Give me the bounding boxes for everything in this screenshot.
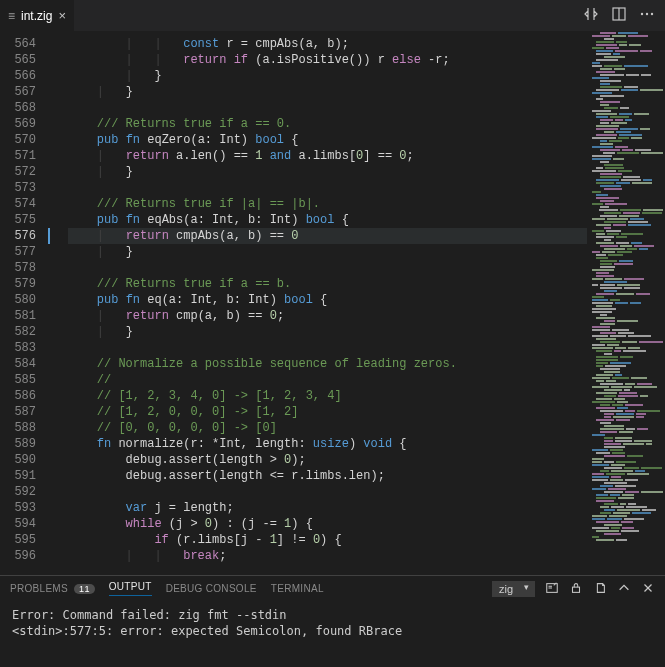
line-number: 590 [0,452,50,468]
panel-tab-terminal[interactable]: TERMINAL [271,583,324,594]
line-number: 584 [0,356,50,372]
code-line: | return a.len() == 1 and a.limbs[0] == … [68,148,587,164]
code-line: debug.assert(length <= r.limbs.len); [68,468,587,484]
line-number-gutter: 5645655665675685695705715725735745755765… [0,32,50,575]
compare-icon[interactable] [583,6,599,26]
line-number: 576 [0,228,50,244]
line-number: 573 [0,180,50,196]
code-line: | } [68,84,587,100]
code-line: while (j > 0) : (j -= 1) { [68,516,587,532]
code-line [68,340,587,356]
active-line-indicator [48,228,50,244]
panel-tab-bar: PROBLEMS 11 OUTPUT DEBUG CONSOLE TERMINA… [0,575,665,601]
panel-tab-debug[interactable]: DEBUG CONSOLE [166,583,257,594]
code-line: if (r.limbs[j - 1] != 0) { [68,532,587,548]
code-line: fn normalize(r: *Int, length: usize) voi… [68,436,587,452]
code-line: | | return if (a.isPositive()) r else -r… [68,52,587,68]
split-editor-icon[interactable] [611,6,627,26]
code-line: /// Returns true if a == b. [68,276,587,292]
line-number: 582 [0,324,50,340]
code-line: pub fn eqZero(a: Int) bool { [68,132,587,148]
code-line: | return cmp(a, b) == 0; [68,308,587,324]
line-number: 570 [0,132,50,148]
code-line: pub fn eq(a: Int, b: Int) bool { [68,292,587,308]
svg-point-4 [651,12,653,14]
line-number: 568 [0,100,50,116]
code-line: var j = length; [68,500,587,516]
code-line: // [1, 2, 3, 4, 0] -> [1, 2, 3, 4] [68,388,587,404]
line-number: 589 [0,436,50,452]
code-line [68,484,587,500]
line-number: 571 [0,148,50,164]
line-number: 575 [0,212,50,228]
code-line [68,260,587,276]
code-line [68,100,587,116]
line-number: 592 [0,484,50,500]
line-number: 586 [0,388,50,404]
code-line: // Normalize a possible sequence of lead… [68,356,587,372]
line-number: 578 [0,260,50,276]
tab-filename: int.zig [21,9,52,23]
code-line: // [0, 0, 0, 0, 0] -> [0] [68,420,587,436]
close-icon[interactable]: × [58,8,66,23]
line-number: 572 [0,164,50,180]
code-line: debug.assert(length > 0); [68,452,587,468]
output-line: Error: Command failed: zig fmt --stdin [12,607,653,623]
svg-rect-9 [573,587,580,592]
code-line: | | const r = cmpAbs(a, b); [68,36,587,52]
line-number: 567 [0,84,50,100]
panel-tab-output[interactable]: OUTPUT [109,581,152,596]
line-number: 564 [0,36,50,52]
code-line: | return cmpAbs(a, b) == 0 [68,228,587,244]
panel-close-icon[interactable] [641,581,655,597]
output-panel[interactable]: Error: Command failed: zig fmt --stdin <… [0,601,665,667]
chevron-up-icon[interactable] [617,581,631,597]
line-number: 594 [0,516,50,532]
file-icon: ≡ [8,9,15,23]
line-number: 565 [0,52,50,68]
code-line: // [1, 2, 0, 0, 0] -> [1, 2] [68,404,587,420]
code-line: | | break; [68,548,587,564]
code-line: /// Returns true if a == 0. [68,116,587,132]
panel-tab-problems[interactable]: PROBLEMS 11 [10,583,95,594]
code-line: pub fn eqAbs(a: Int, b: Int) bool { [68,212,587,228]
line-number: 577 [0,244,50,260]
problems-badge: 11 [74,584,95,594]
open-log-icon[interactable] [593,581,607,597]
line-number: 596 [0,548,50,564]
output-channel-select[interactable]: zig [492,581,535,597]
tab-list: ≡ int.zig × [0,0,74,31]
code-area[interactable]: | | const r = cmpAbs(a, b); | | return i… [50,32,587,575]
more-icon[interactable] [639,6,655,26]
lock-scroll-icon[interactable] [569,581,583,597]
clear-output-icon[interactable] [545,581,559,597]
line-number: 591 [0,468,50,484]
minimap[interactable] [587,32,665,575]
code-line: | } [68,244,587,260]
line-number: 581 [0,308,50,324]
line-number: 580 [0,292,50,308]
output-line: <stdin>:577:5: error: expected Semicolon… [12,623,653,639]
svg-point-2 [641,12,643,14]
line-number: 566 [0,68,50,84]
line-number: 574 [0,196,50,212]
code-line [68,180,587,196]
code-line: | } [68,324,587,340]
line-number: 593 [0,500,50,516]
line-number: 583 [0,340,50,356]
code-line: | } [68,164,587,180]
editor-area: 5645655665675685695705715725735745755765… [0,32,665,575]
tab-int-zig[interactable]: ≡ int.zig × [0,0,74,31]
code-line: // [68,372,587,388]
editor-actions [583,6,665,26]
line-number: 579 [0,276,50,292]
line-number: 588 [0,420,50,436]
line-number: 595 [0,532,50,548]
tab-bar: ≡ int.zig × [0,0,665,32]
code-line: /// Returns true if |a| == |b|. [68,196,587,212]
line-number: 587 [0,404,50,420]
svg-point-3 [646,12,648,14]
line-number: 569 [0,116,50,132]
line-number: 585 [0,372,50,388]
code-line: | } [68,68,587,84]
